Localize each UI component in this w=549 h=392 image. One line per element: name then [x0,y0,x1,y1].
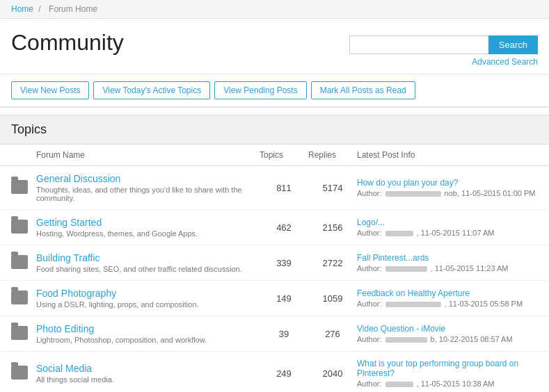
search-area: Search Advanced Search [349,30,538,67]
mark-all-read-button[interactable]: Mark All Posts as Read [311,81,415,99]
forum-name-link[interactable]: Food Photography [36,288,260,299]
header-section: Community Search Advanced Search [0,19,549,74]
breadcrumb-current: Forum Home [49,4,97,14]
author-bar [385,231,413,236]
forum-name-cell: Building Traffic Food sharing sites, SEO… [36,252,260,273]
replies-count: 2156 [308,222,357,233]
breadcrumb: Home / Forum Home [11,4,538,14]
col-latest: Latest Post Info [357,150,538,160]
latest-post-cell: Fall Pinterest...ards Author: , 11-05-20… [357,253,538,272]
replies-count: 1059 [308,293,357,304]
section-header: Topics [0,115,549,145]
table-row: General Discussion Thoughts, ideas, and … [0,166,549,210]
folder-icon-cell [11,180,36,196]
search-row: Search [349,35,538,54]
latest-post-link[interactable]: Logo/... [357,218,538,227]
folder-icon [11,326,28,340]
author-line: Author: b, 10-22-2015 08:57 AM [357,335,538,343]
topics-count: 811 [260,183,308,193]
table-row: Getting Started Hosting, Wordpress, them… [0,210,549,245]
latest-post-link[interactable]: Video Question - iMovie [357,324,538,334]
latest-post-cell: Video Question - iMovie Author: b, 10-22… [357,324,538,343]
forum-desc: Thoughts, ideas, and other things you'd … [36,186,260,202]
topics-count: 339 [260,258,308,268]
folder-icon-cell [11,255,36,271]
folder-icon [11,366,28,379]
table-header: Forum Name Topics Replies Latest Post In… [0,145,549,166]
latest-post-link[interactable]: Fall Pinterest...ards [357,253,538,263]
topics-count: 149 [260,293,308,304]
latest-post-cell: How do you plan your day? Author: nob, 1… [357,178,538,197]
forum-name-link[interactable]: Building Traffic [36,252,260,263]
folder-icon [11,180,28,194]
table-row: Building Traffic Food sharing sites, SEO… [0,245,549,281]
topics-count: 39 [260,329,308,339]
latest-post-cell: Feedback on Healthy Aperture Author: , 1… [357,288,538,308]
author-bar [385,266,427,272]
forum-name-link[interactable]: Getting Started [36,217,260,228]
search-button[interactable]: Search [488,35,538,54]
table-row: Photo Editing Lightroom, Photoshop, comp… [0,316,549,352]
forum-desc: Hosting, Wordpress, themes, and Google A… [36,229,260,238]
view-active-topics-button[interactable]: View Today's Active Topics [93,81,210,99]
forum-name-cell: Food Photography Using a DSLR, lighting,… [36,288,260,309]
forum-desc: All things social media. [36,375,260,384]
latest-post-link[interactable]: How do you plan your day? [357,178,538,188]
author-bar [385,337,427,343]
view-new-posts-button[interactable]: View New Posts [11,81,89,99]
folder-icon-cell [11,291,36,307]
table-row: Social Media All things social media. 24… [0,352,549,392]
author-line: Author: , 11-05-2015 11:07 AM [357,229,538,237]
folder-icon-cell [11,326,36,342]
forum-name-link[interactable]: Photo Editing [36,323,260,334]
forum-name-cell: Getting Started Hosting, Wordpress, them… [36,217,260,238]
forum-desc: Food sharing sites, SEO, and other traff… [36,265,260,273]
folder-icon [11,255,28,269]
folder-icon [11,220,28,234]
forum-name-link[interactable]: General Discussion [36,173,260,184]
col-topics: Topics [260,150,308,160]
author-line: Author: , 11-03-2015 05:58 PM [357,300,538,308]
author-line: Author: nob, 11-05-2015 01:00 PM [357,189,538,197]
view-pending-posts-button[interactable]: View Pending Posts [214,81,307,99]
forum-name-cell: Social Media All things social media. [36,363,260,384]
forum-name-cell: General Discussion Thoughts, ideas, and … [36,173,260,202]
breadcrumb-separator: / [38,4,40,14]
replies-count: 2722 [308,258,357,268]
folder-icon-cell [11,220,36,236]
action-bar: View New Posts View Today's Active Topic… [0,74,549,108]
forum-list: General Discussion Thoughts, ideas, and … [0,166,549,392]
forum-name-cell: Photo Editing Lightroom, Photoshop, comp… [36,323,260,344]
forum-name-link[interactable]: Social Media [36,363,260,374]
folder-icon-cell [11,366,36,382]
top-bar: Home / Forum Home [0,0,549,19]
breadcrumb-home[interactable]: Home [11,4,33,14]
author-bar [385,191,441,197]
author-bar [385,302,441,307]
author-line: Author: , 11-05-2015 10:38 AM [357,379,538,388]
col-replies: Replies [308,150,357,160]
topics-count: 462 [260,222,308,233]
forum-desc: Using a DSLR, lighting, props, and compo… [36,300,260,309]
replies-count: 5174 [308,183,357,193]
topics-count: 249 [260,368,308,379]
page-title: Community [11,30,124,56]
author-bar [385,382,413,387]
latest-post-cell: What is your top performing group board … [357,359,538,388]
replies-count: 276 [308,329,357,339]
advanced-search-link[interactable]: Advanced Search [472,57,538,67]
replies-count: 2040 [308,368,357,379]
section-title: Topics [11,122,538,137]
latest-post-link[interactable]: What is your top performing group board … [357,359,538,378]
latest-post-link[interactable]: Feedback on Healthy Aperture [357,288,538,298]
latest-post-cell: Logo/... Author: , 11-05-2015 11:07 AM [357,218,538,237]
col-forum-name: Forum Name [36,150,260,160]
author-line: Author: , 11-05-2015 11:23 AM [357,264,538,272]
table-row: Food Photography Using a DSLR, lighting,… [0,281,549,316]
folder-icon [11,291,28,304]
search-input[interactable] [349,35,488,54]
forum-desc: Lightroom, Photoshop, composition, and w… [36,336,260,344]
